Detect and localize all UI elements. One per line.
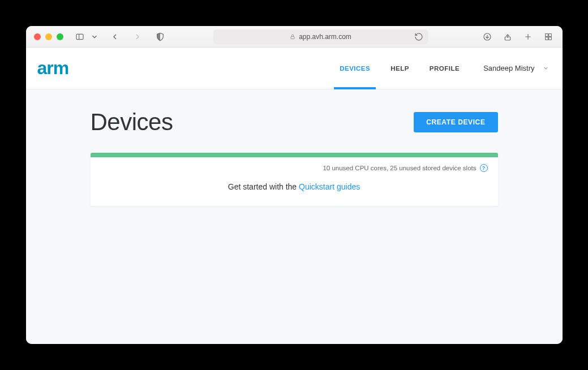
back-button[interactable] <box>109 31 121 43</box>
tabs-overview-icon[interactable] <box>542 31 555 43</box>
nav-devices[interactable]: DEVICES <box>329 48 380 89</box>
webpage-content: arm DEVICES HELP PROFILE Sandeep Mistry … <box>26 48 563 344</box>
url-text: app.avh.arm.com <box>299 33 351 41</box>
toolbar-right <box>481 31 555 43</box>
traffic-lights <box>34 33 63 40</box>
main-nav: DEVICES HELP PROFILE <box>329 48 470 89</box>
getstarted-prefix: Get started with the <box>228 182 299 191</box>
nav-profile[interactable]: PROFILE <box>419 48 470 89</box>
brand-logo[interactable]: arm <box>37 58 69 79</box>
card-accent-bar <box>91 153 498 157</box>
getting-started: Get started with the Quickstart guides <box>101 182 488 191</box>
quickstart-link[interactable]: Quickstart guides <box>299 182 360 191</box>
minimize-window-button[interactable] <box>45 33 52 40</box>
page-header: Devices CREATE DEVICE <box>91 109 498 136</box>
page-title: Devices <box>91 109 173 136</box>
downloads-icon[interactable] <box>481 31 493 43</box>
svg-rect-9 <box>545 33 548 36</box>
svg-rect-2 <box>291 36 294 38</box>
nav-help[interactable]: HELP <box>380 48 419 89</box>
help-icon[interactable]: ? <box>480 164 488 172</box>
card-body: 10 unused CPU cores, 25 unused stored de… <box>91 157 498 206</box>
svg-rect-10 <box>548 33 551 36</box>
address-bar[interactable]: app.avh.arm.com <box>213 29 428 44</box>
create-device-button[interactable]: CREATE DEVICE <box>414 112 497 132</box>
new-tab-icon[interactable] <box>522 31 534 43</box>
user-menu[interactable]: Sandeep Mistry <box>483 64 548 72</box>
main-content: Devices CREATE DEVICE 10 unused CPU core… <box>26 89 563 344</box>
devices-card: 10 unused CPU cores, 25 unused stored de… <box>91 153 498 206</box>
svg-rect-11 <box>545 37 548 40</box>
chevron-down-icon <box>543 65 549 71</box>
app-header: arm DEVICES HELP PROFILE Sandeep Mistry <box>26 48 563 89</box>
sidebar-toggle-icon[interactable] <box>74 31 86 43</box>
shield-icon[interactable] <box>154 31 166 43</box>
status-text: 10 unused CPU cores, 25 unused stored de… <box>323 165 476 171</box>
user-name: Sandeep Mistry <box>483 64 534 72</box>
share-icon[interactable] <box>501 31 514 43</box>
svg-rect-12 <box>548 37 551 40</box>
close-window-button[interactable] <box>34 33 41 40</box>
lock-icon <box>290 34 295 40</box>
chevron-down-icon[interactable] <box>91 31 98 43</box>
resource-status: 10 unused CPU cores, 25 unused stored de… <box>101 164 488 172</box>
reload-button[interactable] <box>413 31 425 43</box>
address-bar-container: app.avh.arm.com <box>171 29 471 44</box>
forward-button[interactable] <box>131 31 144 43</box>
svg-rect-0 <box>76 34 83 39</box>
browser-titlebar: app.avh.arm.com <box>26 26 563 48</box>
maximize-window-button[interactable] <box>57 33 63 40</box>
browser-window: app.avh.arm.com arm DEVI <box>26 26 563 344</box>
